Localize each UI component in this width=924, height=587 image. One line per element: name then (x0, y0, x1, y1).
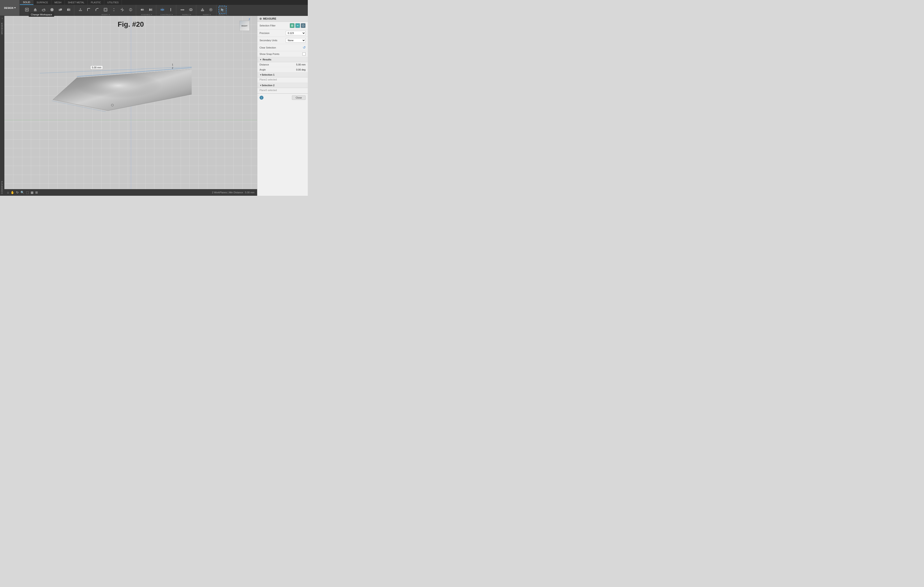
info-button[interactable]: i (259, 96, 264, 100)
measure-btn[interactable] (178, 6, 186, 14)
clear-selection-label: Clear Selection (259, 46, 276, 49)
sidebar-expand-arrow[interactable]: › (0, 16, 4, 21)
pan-btn[interactable]: ✋ (11, 191, 14, 194)
midplane-btn[interactable] (158, 6, 166, 14)
clear-selection-button[interactable]: ↺ (303, 45, 305, 50)
close-button[interactable]: Close (292, 96, 305, 100)
combine-btn[interactable] (56, 6, 64, 14)
panel-footer: i Close (257, 93, 308, 102)
svg-rect-25 (149, 8, 150, 11)
axis-btn[interactable] (167, 6, 175, 14)
home-view-btn[interactable]: ⌂ (7, 191, 9, 194)
selection2-title: Selection 2 (262, 84, 274, 87)
chamfer-btn[interactable] (93, 6, 101, 14)
construct-group: CONSTRUCT ▾ (157, 5, 176, 16)
insert-group: INSERT ▾ (197, 5, 216, 16)
panel-header: MEASURE (257, 16, 308, 22)
tab-mesh[interactable]: MESH (51, 0, 65, 5)
select-label: SELECT ▾ (218, 14, 226, 16)
measurement-label: 5.00 mm (90, 66, 103, 69)
svg-point-5 (42, 9, 45, 11)
tab-plastic[interactable]: PLASTIC (88, 0, 104, 5)
svg-rect-26 (151, 8, 152, 11)
mirror-btn[interactable] (65, 6, 73, 14)
insert-btn[interactable] (198, 6, 206, 14)
svg-rect-13 (79, 10, 82, 11)
clear-selection-row: Clear Selection ↺ (257, 44, 308, 51)
shell-btn[interactable] (102, 6, 109, 14)
derive-btn[interactable] (207, 6, 215, 14)
svg-marker-46 (53, 69, 192, 111)
browser-label[interactable]: BROWSER (0, 21, 4, 36)
svg-rect-20 (123, 10, 124, 10)
grid-toggle-btn[interactable]: ⊞ (35, 191, 38, 194)
press-pull-btn[interactable] (76, 6, 84, 14)
selection-filter-row: Selection Filter (257, 22, 308, 30)
angle-label: Angle (259, 68, 266, 71)
selection1-title: Selection 1 (262, 73, 274, 76)
precision-row: Precision 0.123 0.12 0.1 0 (257, 30, 308, 37)
workspace-button[interactable]: DESIGN ▾ (0, 0, 20, 16)
filter-solid-icon[interactable] (290, 23, 295, 28)
svg-point-54 (302, 25, 304, 26)
joint-btn[interactable] (139, 6, 146, 14)
svg-marker-31 (170, 8, 171, 9)
viewport[interactable]: Fig. #20 (4, 16, 257, 189)
svg-marker-4 (34, 8, 36, 10)
show-snap-points-label: Show Snap Points (259, 53, 279, 55)
svg-rect-53 (291, 25, 293, 26)
move-btn[interactable] (110, 6, 118, 14)
fillet-btn[interactable] (85, 6, 93, 14)
split-btn[interactable] (127, 6, 135, 14)
svg-point-6 (50, 8, 54, 11)
svg-rect-19 (121, 9, 122, 10)
selection-filter-label: Selection Filter (259, 24, 276, 27)
viewcube-area[interactable]: Z RIGHT (239, 18, 255, 36)
3d-model[interactable]: 1 2 (26, 42, 192, 119)
svg-text:2: 2 (172, 66, 173, 69)
rigid-group-btn[interactable] (147, 6, 155, 14)
results-arrow: ▼ (259, 58, 262, 61)
distance-label: Distance (259, 63, 269, 66)
modify-label: MODIFY ▾ (101, 14, 109, 16)
tab-surface[interactable]: SURFACE (33, 0, 51, 5)
filter-surface-icon[interactable] (295, 23, 300, 28)
panel-title: MEASURE (263, 17, 276, 20)
angle-value: 0.00 deg (296, 68, 305, 71)
results-section-header[interactable]: ▼ Results (257, 57, 308, 62)
svg-rect-32 (181, 9, 184, 10)
display-mode-btn[interactable]: ▦ (31, 191, 33, 194)
secondary-units-select[interactable]: None mm in (286, 38, 305, 43)
orbit-btn[interactable]: ↻ (16, 191, 19, 194)
svg-rect-39 (201, 10, 204, 11)
change-workspace-tooltip: Change Workspace (29, 12, 54, 17)
select-btn[interactable] (219, 6, 226, 14)
left-sidebar: › BROWSER COMMENTS (0, 16, 4, 196)
selection1-header[interactable]: ▼ Selection 1 (257, 72, 308, 78)
svg-marker-14 (80, 8, 81, 10)
align-btn[interactable] (118, 6, 126, 14)
insert-label: INSERT ▾ (203, 14, 210, 16)
svg-rect-15 (104, 8, 107, 11)
selection2-header[interactable]: ▼ Selection 2 (257, 83, 308, 88)
svg-rect-16 (105, 9, 106, 11)
precision-select[interactable]: 0.123 0.12 0.1 0 (286, 31, 305, 35)
status-text: 2 WorkPlanes | Min Distance : 5.00 mm (212, 191, 254, 194)
selection1-value: Plane2 selected (257, 78, 308, 83)
inspect-group: INSPECT ▾ (177, 5, 196, 16)
comments-label[interactable]: COMMENTS (0, 179, 4, 196)
bottom-bar: ⌂ ✋ ↻ 🔍 ⬚ ▦ ⊞ 2 WorkPlanes | Min Distanc… (4, 189, 257, 196)
tab-solid[interactable]: SOLID (20, 0, 33, 5)
construct-label: CONSTRUCT ▾ (160, 14, 173, 16)
tab-sheet-metal[interactable]: SHEET METAL (65, 0, 88, 5)
svg-rect-9 (60, 8, 62, 10)
tab-utilities[interactable]: UTILITIES (104, 0, 122, 5)
zoom-btn[interactable]: 🔍 (20, 191, 24, 194)
fit-btn[interactable]: ⬚ (26, 191, 29, 194)
svg-point-24 (142, 9, 144, 11)
interference-btn[interactable] (187, 6, 195, 14)
toolbar-groups: CREATE ▾ (20, 5, 308, 16)
snap-points-checkbox[interactable] (302, 53, 305, 56)
filter-edge-icon[interactable] (301, 23, 305, 28)
viewcube-box[interactable]: RIGHT (239, 21, 250, 31)
